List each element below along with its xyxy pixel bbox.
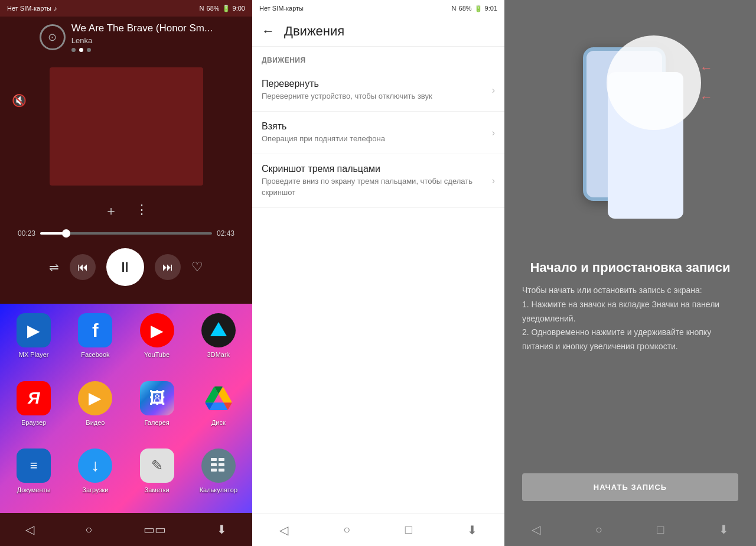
settings-battery-icon: 🔋 bbox=[474, 5, 483, 12]
notifications-nav-record[interactable]: ⬇ bbox=[719, 522, 729, 537]
record-content: Начало и приостановка записи Чтобы начат… bbox=[504, 248, 756, 513]
circle-background: ← ← bbox=[607, 35, 701, 130]
pick-title: Взять bbox=[262, 121, 492, 132]
drive-label: Диск bbox=[211, 419, 226, 426]
pick-chevron: › bbox=[492, 128, 495, 138]
app-mxplayer[interactable]: ▶ MX Player bbox=[6, 313, 61, 375]
home-nav-record[interactable]: ○ bbox=[595, 523, 602, 537]
app-docs[interactable]: ≡ Документы bbox=[6, 448, 61, 511]
favorite-button[interactable]: ♡ bbox=[191, 259, 203, 275]
mute-icon[interactable]: 🔇 bbox=[12, 93, 27, 108]
youtube-icon: ▶ bbox=[140, 313, 174, 347]
recents-nav-record[interactable]: □ bbox=[657, 523, 664, 537]
screenshot-desc: Проведите вниз по экрану тремя пальцами,… bbox=[262, 176, 492, 197]
calculator-label: Калькулятор bbox=[200, 486, 237, 493]
recents-nav-music[interactable]: ▭▭ bbox=[144, 522, 166, 537]
record-description: Чтобы начать или остановить запись с экр… bbox=[522, 284, 738, 354]
app-calculator[interactable]: Калькулятор bbox=[191, 448, 246, 511]
docs-label: Документы bbox=[17, 486, 51, 493]
progress-bar[interactable] bbox=[40, 232, 212, 235]
app-3dmark[interactable]: 3DMark bbox=[191, 313, 246, 375]
settings-battery: 68% bbox=[459, 5, 472, 12]
svg-rect-4 bbox=[219, 463, 224, 466]
settings-status-right: N 68% 🔋 9:01 bbox=[452, 5, 497, 12]
music-panel: Нет SIM-карты ♪ N 68% 🔋 9:00 ⊙ We Are Th… bbox=[0, 0, 252, 546]
arrow-icon-2: ← bbox=[700, 90, 713, 105]
record-title: Начало и приостановка записи bbox=[522, 260, 738, 275]
recents-nav-settings[interactable]: □ bbox=[405, 523, 412, 537]
app-browser[interactable]: Я Браузер bbox=[6, 381, 61, 443]
mxplayer-label: MX Player bbox=[19, 351, 49, 358]
status-bar-music: Нет SIM-карты ♪ N 68% 🔋 9:00 bbox=[0, 0, 252, 17]
settings-sim-status: Нет SIM-карты bbox=[259, 5, 304, 12]
flip-text: Перевернуть Переверните устройство, чтоб… bbox=[262, 79, 492, 102]
video-label: Видео bbox=[86, 419, 105, 426]
svg-rect-1 bbox=[211, 458, 217, 461]
app-youtube[interactable]: ▶ YouTube bbox=[129, 313, 185, 375]
youtube-label: YouTube bbox=[144, 351, 170, 358]
notifications-nav-settings[interactable]: ⬇ bbox=[467, 523, 477, 537]
downloads-icon: ↓ bbox=[78, 448, 112, 483]
arrow-icon-1: ← bbox=[700, 60, 713, 76]
song-title: We Are The Brave (Honor Sm... bbox=[71, 22, 213, 34]
next-button[interactable]: ⏭ bbox=[155, 254, 181, 280]
nav-bar-music: ◁ ○ ▭▭ ⬇ bbox=[0, 513, 252, 546]
back-nav-record[interactable]: ◁ bbox=[532, 522, 540, 537]
clock: 9:00 bbox=[233, 5, 245, 12]
pause-button[interactable]: ⏸ bbox=[106, 248, 144, 286]
app-gallery[interactable]: 🖼 Галерея bbox=[129, 381, 185, 443]
prev-button[interactable]: ⏮ bbox=[70, 254, 96, 280]
threedmark-label: 3DMark bbox=[207, 351, 230, 358]
phone-illustration: ← ← bbox=[565, 30, 695, 219]
flip-desc: Переверните устройство, чтобы отключить … bbox=[262, 91, 492, 102]
app-drive[interactable]: Диск bbox=[191, 381, 246, 443]
app-notes[interactable]: ✎ Заметки bbox=[129, 448, 185, 511]
app-grid: ▶ MX Player f Facebook ▶ YouTube 3DMark … bbox=[6, 313, 246, 511]
home-nav-music[interactable]: ○ bbox=[85, 523, 92, 537]
settings-status-left: Нет SIM-карты bbox=[259, 5, 304, 12]
record-illustration: ← ← bbox=[504, 0, 756, 248]
app-video[interactable]: ▶ Видео bbox=[67, 381, 123, 443]
app-downloads[interactable]: ↓ Загрузки bbox=[67, 448, 123, 511]
back-nav-settings[interactable]: ◁ bbox=[279, 523, 288, 537]
back-arrow-button[interactable]: ← bbox=[262, 24, 275, 39]
settings-item-pick[interactable]: Взять Операция при поднятии телефона › bbox=[252, 112, 504, 154]
settings-item-flip[interactable]: Перевернуть Переверните устройство, чтоб… bbox=[252, 69, 504, 112]
settings-panel: Нет SIM-карты N 68% 🔋 9:01 ← Движения ДВ… bbox=[252, 0, 504, 546]
dot-3 bbox=[87, 48, 91, 52]
flip-chevron: › bbox=[492, 85, 495, 96]
battery-icon: 🔋 bbox=[222, 5, 230, 12]
gallery-label: Галерея bbox=[145, 419, 170, 426]
threedmark-icon bbox=[201, 313, 236, 347]
pick-desc: Операция при поднятии телефона bbox=[262, 134, 492, 144]
more-options-icon[interactable]: ⋮ bbox=[135, 202, 148, 220]
facebook-label: Facebook bbox=[81, 351, 109, 358]
svg-rect-6 bbox=[219, 469, 224, 472]
downloads-label: Загрузки bbox=[82, 486, 108, 493]
flip-title: Перевернуть bbox=[262, 79, 492, 89]
calculator-icon bbox=[201, 448, 236, 483]
progress-fill bbox=[40, 232, 66, 235]
app-facebook[interactable]: f Facebook bbox=[67, 313, 123, 375]
status-bar-settings: Нет SIM-карты N 68% 🔋 9:01 bbox=[252, 0, 504, 17]
screenshot-title: Скриншот тремя пальцами bbox=[262, 164, 492, 174]
start-record-button[interactable]: НАЧАТЬ ЗАПИСЬ bbox=[522, 473, 738, 501]
shuffle-button[interactable]: ⇌ bbox=[49, 260, 59, 274]
sim-status: Нет SIM-карты bbox=[7, 5, 51, 12]
progress-row: 00:23 02:43 bbox=[12, 229, 240, 238]
playback-controls: ⇌ ⏮ ⏸ ⏭ ♡ bbox=[49, 248, 203, 286]
video-icon: ▶ bbox=[78, 381, 112, 415]
settings-item-screenshot[interactable]: Скриншот тремя пальцами Проведите вниз п… bbox=[252, 154, 504, 207]
back-nav-music[interactable]: ◁ bbox=[25, 522, 34, 537]
progress-thumb bbox=[62, 229, 70, 238]
record-panel: ← ← Начало и приостановка записи Чтобы н… bbox=[504, 0, 756, 546]
home-nav-settings[interactable]: ○ bbox=[343, 523, 350, 537]
facebook-icon: f bbox=[78, 313, 112, 347]
status-left: Нет SIM-карты ♪ bbox=[7, 5, 57, 12]
notifications-nav-music[interactable]: ⬇ bbox=[217, 522, 227, 537]
launcher: ▶ MX Player f Facebook ▶ YouTube 3DMark … bbox=[0, 304, 252, 513]
song-artist: Lenka bbox=[71, 36, 213, 45]
notes-label: Заметки bbox=[145, 486, 170, 493]
status-right: N 68% 🔋 9:00 bbox=[200, 5, 245, 12]
add-icon[interactable]: ＋ bbox=[105, 202, 118, 220]
